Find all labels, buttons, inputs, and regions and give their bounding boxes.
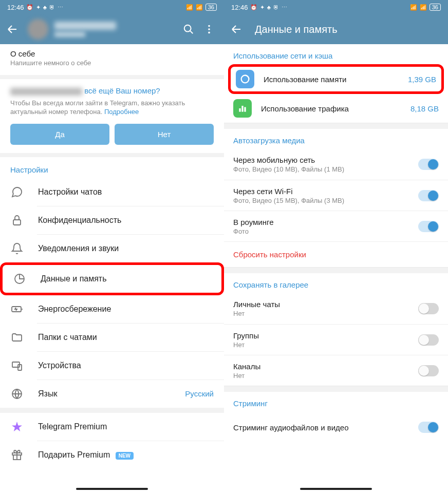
yes-button[interactable]: Да (10, 124, 109, 145)
number-section: всё ещё Ваш номер? Чтобы Вы всегда могли… (0, 79, 224, 157)
number-desc: Чтобы Вы всегда могли зайти в Telegram, … (10, 99, 214, 117)
data-storage-row[interactable]: Данные и память (0, 262, 224, 295)
storage-icon (236, 70, 254, 88)
avatar[interactable] (28, 19, 48, 40)
wifi-toggle-row[interactable]: Через сети Wi-Fi Фото, Видео (15 МВ), Фа… (224, 180, 448, 211)
bell-icon (10, 242, 24, 255)
private-toggle[interactable] (418, 303, 439, 314)
private-toggle-row[interactable]: Личные чаты Нет (224, 293, 448, 324)
svg-rect-15 (244, 107, 246, 112)
groups-toggle-row[interactable]: Группы Нет (224, 324, 448, 355)
wifi-toggle[interactable] (418, 190, 439, 201)
gift-icon (10, 448, 24, 462)
status-icons-left: ⏰ ✦ ♣ ⛨ ⋯ (250, 4, 288, 11)
autoload-section-title: Автозагрузка медиа (224, 129, 448, 149)
notifications-row[interactable]: Уведомления и звуки (0, 235, 224, 262)
language-value: Русский (185, 389, 214, 398)
gift-row[interactable]: Подарить Premium NEW (0, 441, 224, 469)
battery-icon (10, 302, 24, 316)
data-storage-screen: 12:46 ⏰ ✦ ♣ ⛨ ⋯ 📶 📶 36 Данные и память И… (224, 0, 448, 493)
more-icon[interactable] (203, 24, 215, 35)
star-icon (10, 420, 24, 433)
chat-icon (10, 185, 24, 199)
streaming-section-title: Стриминг (224, 392, 448, 412)
traffic-value: 8,18 GB (410, 104, 439, 113)
groups-toggle[interactable] (418, 334, 439, 346)
about-title: О себе (10, 49, 214, 58)
status-time: 12:46 (231, 4, 248, 11)
about-section[interactable]: О себе Напишите немного о себе (0, 44, 224, 79)
storage-value: 1,39 GB (408, 75, 436, 84)
settings-screen-left: 12:46 ⏰ ✦ ♣ ⛨ ⋯ 📶 📶 36 О себе Напишите н… (0, 0, 224, 493)
content-right: Использование сети и кэша Использование … (224, 44, 448, 493)
privacy-row[interactable]: Конфиденциальность (0, 206, 224, 234)
channels-toggle[interactable] (418, 365, 439, 376)
svg-point-0 (184, 25, 191, 32)
traffic-icon (233, 99, 252, 118)
storage-usage-row[interactable]: Использование памяти 1,39 GB (228, 64, 444, 94)
mobile-toggle[interactable] (418, 159, 439, 170)
about-sub: Напишите немного о себе (10, 59, 214, 67)
nav-pill[interactable] (76, 488, 148, 490)
chats-settings-row[interactable]: Настройки чатов (0, 178, 224, 206)
number-question: всё ещё Ваш номер? (10, 86, 214, 96)
roaming-toggle[interactable] (418, 221, 439, 232)
more-link[interactable]: Подробнее (104, 108, 139, 116)
header-title: Данные и память (255, 24, 442, 35)
profile-name-blurred (54, 22, 183, 37)
traffic-usage-row[interactable]: Использование трафика 8,18 GB (224, 94, 448, 123)
status-bar: 12:46 ⏰ ✦ ♣ ⛨ ⋯ 📶 📶 36 (224, 0, 448, 14)
channels-toggle-row[interactable]: Каналы Нет (224, 355, 448, 386)
new-badge: NEW (116, 452, 134, 460)
status-icons-right: 📶 📶 (410, 4, 427, 11)
gallery-section-title: Сохранять в галерее (224, 273, 448, 293)
usage-section-title: Использование сети и кэша (224, 44, 448, 64)
nav-pill[interactable] (300, 488, 372, 490)
back-icon[interactable] (230, 23, 242, 35)
svg-rect-14 (241, 106, 243, 112)
profile-header (0, 14, 224, 44)
language-row[interactable]: Язык Русский (0, 380, 224, 408)
svg-rect-13 (239, 108, 240, 112)
svg-point-1 (208, 25, 210, 27)
status-icons-left: ⏰ ✦ ♣ ⛨ ⋯ (26, 4, 64, 11)
status-bar: 12:46 ⏰ ✦ ♣ ⛨ ⋯ 📶 📶 36 (0, 0, 224, 14)
svg-point-3 (208, 32, 210, 34)
status-battery: 36 (206, 4, 217, 11)
folder-icon (10, 331, 24, 344)
streaming-toggle[interactable] (418, 422, 439, 433)
folders-row[interactable]: Папки с чатами (0, 324, 224, 351)
roaming-toggle-row[interactable]: В роуминге Фото (224, 211, 448, 241)
reset-button[interactable]: Сбросить настройки (224, 241, 448, 267)
settings-section-title: Настройки (0, 157, 224, 178)
power-row[interactable]: Энергосбережение (0, 295, 224, 323)
devices-icon (10, 359, 24, 372)
mobile-toggle-row[interactable]: Через мобильную сеть Фото, Видео (10 МВ)… (224, 149, 448, 180)
globe-icon (10, 387, 24, 401)
streaming-toggle-row[interactable]: Стриминг аудиофайлов и видео (224, 412, 448, 443)
svg-point-2 (208, 28, 210, 30)
back-icon[interactable] (6, 23, 18, 35)
data-header: Данные и память (224, 14, 448, 44)
search-icon[interactable] (183, 24, 194, 35)
status-time: 12:46 (7, 4, 24, 11)
status-battery: 36 (430, 4, 441, 11)
lock-icon (10, 214, 24, 227)
no-button[interactable]: Нет (115, 124, 214, 145)
pie-icon (13, 272, 26, 286)
status-icons-right: 📶 📶 (186, 4, 203, 11)
svg-rect-4 (13, 220, 21, 225)
content-left: О себе Напишите немного о себе всё ещё В… (0, 44, 224, 493)
premium-row[interactable]: Telegram Premium (0, 413, 224, 441)
devices-row[interactable]: Устройства (0, 352, 224, 380)
